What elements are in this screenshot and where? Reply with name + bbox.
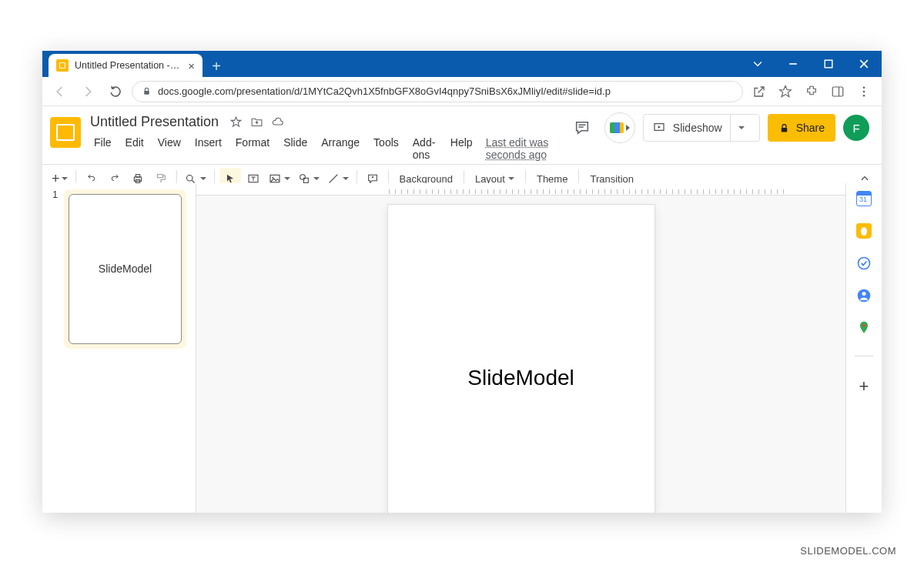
- slideshow-button[interactable]: Slideshow: [643, 114, 760, 142]
- menu-bar: File Edit View Insert Format Slide Arran…: [87, 133, 561, 164]
- star-icon[interactable]: [229, 115, 243, 129]
- menu-tools[interactable]: Tools: [367, 133, 406, 164]
- sidepanel-divider: [855, 356, 873, 356]
- svg-rect-3: [832, 87, 843, 96]
- extensions-icon[interactable]: [800, 80, 823, 103]
- svg-rect-2: [144, 91, 149, 95]
- maps-icon[interactable]: [856, 320, 872, 336]
- canvas-area: SlideModel: [196, 183, 846, 513]
- side-panel: 31 +: [846, 183, 882, 513]
- chrome-actions: [748, 80, 875, 103]
- lock-icon: [142, 86, 152, 96]
- cloud-status-icon[interactable]: [271, 115, 284, 129]
- svg-line-21: [329, 175, 337, 183]
- svg-point-25: [862, 324, 865, 327]
- sidepanel-toggle-icon[interactable]: [826, 80, 849, 103]
- comments-button[interactable]: [567, 113, 597, 142]
- slide-filmstrip: 1 SlideModel: [42, 183, 196, 513]
- url-text: docs.google.com/presentation/d/1MYtCa2Qv…: [158, 85, 611, 97]
- work-area: 1 SlideModel SlideModel 31 +: [42, 183, 882, 513]
- new-tab-button[interactable]: +: [206, 55, 227, 77]
- reload-button[interactable]: [104, 80, 127, 103]
- slide-number: 1: [49, 189, 58, 349]
- svg-point-6: [863, 90, 865, 92]
- svg-rect-1: [825, 60, 832, 68]
- menu-arrange[interactable]: Arrange: [314, 133, 367, 164]
- bookmark-icon[interactable]: [774, 80, 797, 103]
- present-icon: [653, 122, 665, 134]
- menu-slide[interactable]: Slide: [276, 133, 314, 164]
- lock-icon: [778, 122, 790, 134]
- menu-help[interactable]: Help: [444, 133, 480, 164]
- keep-icon[interactable]: [856, 223, 872, 239]
- slide-page[interactable]: SlideModel: [388, 205, 654, 513]
- svg-rect-9: [781, 127, 787, 132]
- tab-title: Untitled Presentation - Google S: [75, 60, 182, 71]
- svg-rect-13: [157, 175, 162, 178]
- menu-file[interactable]: File: [87, 133, 119, 164]
- app-header: Untitled Presentation File Edit View Ins…: [42, 106, 882, 164]
- header-actions: Slideshow Share F: [567, 112, 869, 143]
- slide-thumbnail[interactable]: SlideModel: [69, 194, 182, 344]
- close-tab-icon[interactable]: ×: [188, 59, 195, 72]
- window-close-icon[interactable]: [846, 51, 882, 77]
- address-bar[interactable]: docs.google.com/presentation/d/1MYtCa2Qv…: [132, 81, 743, 102]
- menu-view[interactable]: View: [151, 133, 188, 164]
- forward-button[interactable]: [76, 80, 99, 103]
- window-controls: [740, 51, 882, 77]
- menu-addons[interactable]: Add-ons: [406, 133, 444, 164]
- svg-rect-10: [134, 177, 141, 181]
- slide-thumbnail-row[interactable]: 1 SlideModel: [49, 189, 186, 349]
- tasks-icon[interactable]: [856, 256, 872, 271]
- slides-logo[interactable]: [50, 117, 81, 148]
- window-maximize-icon[interactable]: [811, 51, 846, 77]
- svg-point-22: [859, 258, 870, 269]
- browser-tab[interactable]: Untitled Presentation - Google S ×: [49, 54, 203, 77]
- menu-insert[interactable]: Insert: [188, 133, 229, 164]
- canvas[interactable]: SlideModel: [196, 196, 845, 513]
- contacts-icon[interactable]: [856, 288, 872, 303]
- window-minimize-icon[interactable]: [775, 51, 811, 77]
- svg-point-5: [863, 86, 865, 89]
- calendar-icon[interactable]: 31: [856, 191, 872, 206]
- url-bar: docs.google.com/presentation/d/1MYtCa2Qv…: [42, 77, 882, 106]
- menu-format[interactable]: Format: [229, 133, 276, 164]
- back-button[interactable]: [49, 80, 72, 103]
- svg-point-7: [863, 94, 865, 96]
- svg-rect-11: [136, 175, 139, 177]
- svg-point-24: [862, 292, 866, 296]
- caret-down-icon: [626, 125, 630, 131]
- document-title[interactable]: Untitled Presentation: [87, 112, 222, 132]
- menu-edit[interactable]: Edit: [119, 133, 151, 164]
- svg-line-15: [192, 180, 194, 182]
- slide-thumbnail-wrap: SlideModel: [64, 189, 186, 349]
- ruler-horizontal: [196, 183, 845, 196]
- chrome-menu-icon[interactable]: [852, 80, 875, 103]
- window-dropdown-icon[interactable]: [740, 51, 775, 77]
- slideshow-options-caret[interactable]: [730, 115, 753, 141]
- watermark-text: SLIDEMODEL.COM: [800, 545, 896, 557]
- get-addons-icon[interactable]: +: [859, 376, 869, 396]
- account-avatar[interactable]: F: [843, 115, 869, 141]
- meet-icon: [610, 122, 624, 133]
- share-label: Share: [796, 122, 825, 134]
- svg-point-18: [272, 177, 273, 179]
- meet-button[interactable]: [604, 112, 635, 143]
- move-icon[interactable]: [250, 115, 263, 129]
- window-titlebar: Untitled Presentation - Google S × +: [42, 51, 882, 77]
- slideshow-label: Slideshow: [673, 122, 722, 134]
- svg-point-14: [186, 175, 192, 181]
- svg-point-19: [300, 175, 305, 180]
- last-edit-status[interactable]: Last edit was seconds ago: [486, 133, 561, 164]
- tab-strip: Untitled Presentation - Google S × +: [42, 51, 227, 77]
- slides-favicon: [56, 59, 69, 72]
- browser-window: Untitled Presentation - Google S × + doc…: [42, 51, 882, 513]
- share-page-icon[interactable]: [748, 80, 771, 103]
- share-button[interactable]: Share: [768, 114, 835, 142]
